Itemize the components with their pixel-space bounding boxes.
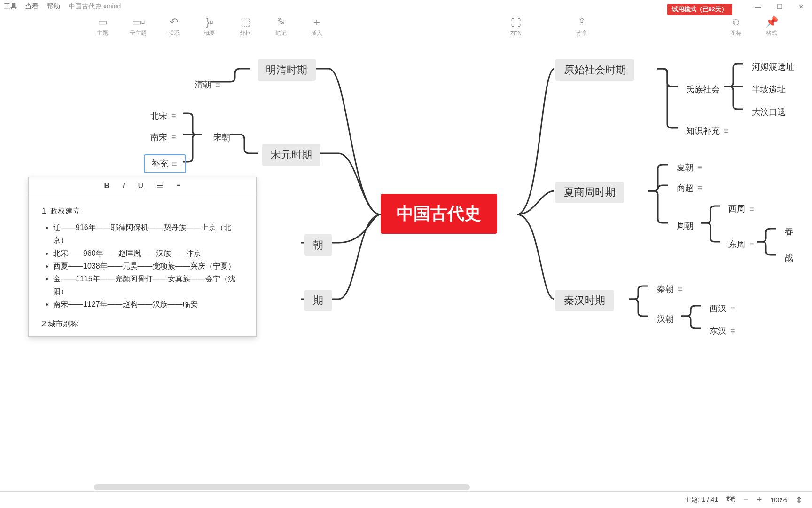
node-dawenkou[interactable]: 大汶口遗 — [745, 103, 792, 120]
tool-zen[interactable]: ⛶ZEN — [498, 14, 534, 40]
tool-format[interactable]: 📌格式 — [754, 13, 789, 40]
boundary-icon: ⬚ — [241, 16, 250, 28]
zen-icon: ⛶ — [511, 17, 521, 29]
italic-button[interactable]: I — [121, 181, 126, 191]
note-indicator-icon — [724, 126, 730, 136]
node-nansong[interactable]: 南宋 — [144, 129, 184, 146]
note-heading: 1. 政权建立 — [42, 205, 243, 217]
horizontal-scrollbar[interactable] — [94, 484, 470, 490]
zoom-stepper[interactable]: ⇕ — [796, 495, 803, 505]
node-root[interactable]: 中国古代史 — [381, 194, 497, 234]
note-indicator-icon — [171, 133, 178, 143]
tool-insert[interactable]: ＋插入 — [299, 14, 335, 40]
format-icon: 📌 — [765, 16, 778, 28]
window-controls: — ☐ ✕ — [747, 0, 812, 13]
node-qing[interactable]: 清朝 — [188, 76, 228, 93]
node-beisong[interactable]: 北宋 — [144, 108, 184, 125]
tool-relation[interactable]: ↶联系 — [156, 14, 192, 40]
node-zhou[interactable]: 周朝 — [670, 217, 700, 234]
note-icon: ✎ — [277, 16, 285, 28]
insert-icon: ＋ — [312, 16, 322, 28]
share-icon: ⇪ — [578, 16, 586, 28]
tool-summary[interactable]: }▫概要 — [192, 14, 227, 40]
note-indicator-icon — [730, 304, 737, 314]
node-buchong[interactable]: 补充 — [144, 154, 186, 173]
node-banpo[interactable]: 半坡遗址 — [745, 81, 792, 98]
note-indicator-icon — [749, 204, 756, 214]
node-donghan[interactable]: 东汉 — [703, 323, 743, 340]
number-list-button[interactable]: ≡ — [174, 181, 182, 191]
node-partial-qi[interactable]: 期 — [304, 290, 332, 311]
tool-boundary[interactable]: ⬚外框 — [227, 14, 263, 40]
tool-share[interactable]: ⇪分享 — [564, 14, 600, 40]
note-bullet: 西夏——1038年——元昊——党项族——兴庆（宁夏） — [53, 260, 243, 272]
note-indicator-icon — [749, 240, 756, 250]
note-bullet: 北京：大都、燕京 — [53, 334, 243, 335]
node-qin[interactable]: 秦朝 — [650, 280, 691, 297]
topic-count: 主题: 1 / 41 — [685, 496, 718, 504]
zoom-out-button[interactable]: − — [743, 495, 749, 505]
node-chun[interactable]: 春 — [778, 223, 800, 240]
node-songyuan[interactable]: 宋元时期 — [262, 144, 320, 166]
note-bullet: 辽——916年——耶律阿保机——契丹族——上京（北京） — [53, 221, 243, 246]
note-indicator-icon — [697, 163, 704, 173]
node-hemudu[interactable]: 河姆渡遗址 — [745, 58, 801, 75]
toolbar: ▭主题 ▭▫子主题 ↶联系 }▫概要 ⬚外框 ✎笔记 ＋插入 ⛶ZEN ⇪分享 … — [0, 13, 812, 40]
note-indicator-icon — [678, 284, 684, 294]
zoom-level: 100% — [770, 496, 787, 504]
menu-help[interactable]: 帮助 — [47, 2, 60, 11]
node-mingqing[interactable]: 明清时期 — [258, 59, 316, 81]
node-xia[interactable]: 夏朝 — [670, 159, 710, 176]
note-editor-body[interactable]: 1. 政权建立 辽——916年——耶律阿保机——契丹族——上京（北京） 北宋——… — [29, 194, 256, 335]
emoji-icon: ☺ — [731, 16, 741, 28]
statusbar: 主题: 1 / 41 🗺 − + 100% ⇕ — [0, 491, 812, 508]
node-shang[interactable]: 商超 — [670, 180, 710, 197]
minimize-button[interactable]: — — [747, 0, 769, 13]
node-xizhou[interactable]: 西周 — [722, 200, 762, 217]
note-bullet: 北宋——960年——赵匡胤——汉族——汴京 — [53, 247, 243, 260]
node-yuanshi[interactable]: 原始社会时期 — [555, 59, 634, 81]
menu-view[interactable]: 查看 — [25, 2, 39, 11]
note-indicator-icon — [697, 183, 704, 193]
bold-button[interactable]: B — [102, 181, 112, 191]
node-han[interactable]: 汉朝 — [650, 310, 680, 327]
note-editor-popup: B I U ☰ ≡ 1. 政权建立 辽——916年——耶律阿保机——契丹族——上… — [28, 177, 257, 337]
subtopic-icon: ▭▫ — [132, 16, 145, 28]
note-heading: 2.城市别称 — [42, 318, 243, 330]
node-xihan[interactable]: 西汉 — [703, 300, 743, 317]
tool-note[interactable]: ✎笔记 — [263, 14, 299, 40]
note-indicator-icon — [171, 111, 178, 121]
note-indicator-icon — [730, 326, 737, 336]
underline-button[interactable]: U — [136, 181, 146, 191]
node-shizu[interactable]: 氏族社会 — [679, 81, 726, 98]
mindmap-canvas[interactable]: 中国古代史 明清时期 清朝 宋元时期 宋朝 北宋 南宋 补充 朝 期 原始社会时… — [0, 40, 812, 431]
maximize-button[interactable]: ☐ — [769, 0, 790, 13]
note-bullet: 南宋——1127年——赵构——汉族——临安 — [53, 298, 243, 310]
map-overview-button[interactable]: 🗺 — [726, 495, 735, 505]
relation-icon: ↶ — [170, 16, 178, 28]
node-zhan[interactable]: 战 — [778, 249, 800, 266]
zoom-in-button[interactable]: + — [757, 495, 762, 505]
note-editor-toolbar: B I U ☰ ≡ — [29, 177, 256, 194]
note-indicator-icon — [215, 80, 222, 90]
node-zhishi[interactable]: 知识补充 — [679, 122, 737, 139]
summary-icon: }▫ — [206, 16, 213, 28]
topic-icon: ▭ — [98, 16, 108, 28]
node-qinhan[interactable]: 秦汉时期 — [555, 290, 614, 311]
menu-tool[interactable]: 工具 — [4, 2, 17, 11]
tool-topic[interactable]: ▭主题 — [85, 14, 120, 40]
node-xiashangzhou[interactable]: 夏商周时期 — [555, 182, 624, 203]
tool-emoji[interactable]: ☺图标 — [718, 13, 754, 40]
node-song[interactable]: 宋朝 — [207, 129, 237, 146]
note-indicator-icon — [172, 159, 179, 169]
node-partial-chao[interactable]: 朝 — [304, 234, 332, 256]
tool-subtopic[interactable]: ▭▫子主题 — [120, 14, 156, 40]
note-bullet: 金——1115年——完颜阿骨打——女真族——会宁（沈阳） — [53, 272, 243, 298]
close-button[interactable]: ✕ — [790, 0, 812, 13]
document-filename: 中国古代史.xmind — [69, 2, 121, 11]
node-dongzhou[interactable]: 东周 — [722, 236, 762, 253]
bullet-list-button[interactable]: ☰ — [155, 180, 165, 191]
